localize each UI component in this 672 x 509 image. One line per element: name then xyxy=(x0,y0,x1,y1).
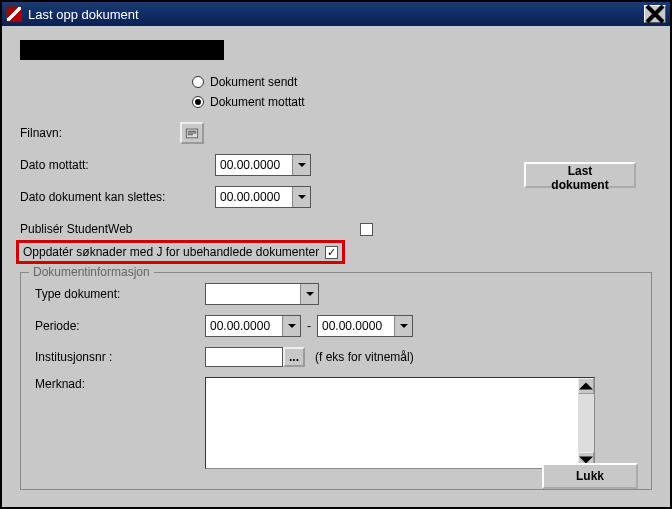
date-received-field[interactable] xyxy=(215,154,311,176)
institution-nr-input[interactable] xyxy=(205,347,283,367)
document-info-legend: Dokumentinformasjon xyxy=(29,265,154,279)
close-button[interactable]: Lukk xyxy=(542,463,638,489)
note-label: Merknad: xyxy=(35,377,205,391)
institution-lookup-button[interactable]: ... xyxy=(283,347,305,367)
institution-hint: (f eks for vitnemål) xyxy=(315,350,414,364)
update-applications-highlight: Oppdatér søknader med J for ubehandlede … xyxy=(16,240,345,264)
document-info-group: Dokumentinformasjon Type dokument: Perio… xyxy=(20,272,652,490)
publish-studentweb-label: Publisér StudentWeb xyxy=(20,222,360,236)
note-textarea[interactable] xyxy=(206,378,578,468)
period-from-input[interactable] xyxy=(206,316,282,336)
chevron-down-icon[interactable] xyxy=(282,316,300,336)
note-field xyxy=(205,377,595,469)
close-icon[interactable] xyxy=(644,5,666,23)
period-from-field[interactable] xyxy=(205,315,301,337)
radio-document-sent[interactable] xyxy=(192,76,204,88)
institution-nr-label: Institusjonsnr : xyxy=(35,350,205,364)
update-applications-label: Oppdatér søknader med J for ubehandlede … xyxy=(23,245,319,259)
radio-document-sent-label: Dokument sendt xyxy=(210,75,297,89)
update-applications-checkbox[interactable]: ✓ xyxy=(325,246,338,259)
browse-file-button[interactable] xyxy=(180,122,204,144)
radio-document-received-label: Dokument mottatt xyxy=(210,95,305,109)
publish-studentweb-checkbox[interactable] xyxy=(360,223,373,236)
filename-label: Filnavn: xyxy=(20,126,180,140)
doc-type-field[interactable] xyxy=(205,283,319,305)
period-to-field[interactable] xyxy=(317,315,413,337)
chevron-down-icon[interactable] xyxy=(292,155,310,175)
period-to-input[interactable] xyxy=(318,316,394,336)
period-separator: - xyxy=(307,319,311,333)
radio-document-received[interactable] xyxy=(192,96,204,108)
chevron-down-icon[interactable] xyxy=(394,316,412,336)
radio-document-sent-row[interactable]: Dokument sendt xyxy=(192,72,652,92)
redacted-header xyxy=(20,40,224,60)
upload-document-window: Last opp dokument Dokument sendt Dokumen… xyxy=(0,0,672,509)
note-scrollbar[interactable] xyxy=(578,378,594,468)
date-deletable-input[interactable] xyxy=(216,187,292,207)
doc-type-input[interactable] xyxy=(206,284,300,304)
window-title: Last opp dokument xyxy=(28,7,644,22)
doc-type-label: Type dokument: xyxy=(35,287,205,301)
scroll-up-icon[interactable] xyxy=(578,378,594,394)
date-received-label: Dato mottatt: xyxy=(20,158,215,172)
date-deletable-field[interactable] xyxy=(215,186,311,208)
date-received-input[interactable] xyxy=(216,155,292,175)
chevron-down-icon[interactable] xyxy=(300,284,318,304)
period-label: Periode: xyxy=(35,319,205,333)
chevron-down-icon[interactable] xyxy=(292,187,310,207)
app-icon xyxy=(6,6,22,22)
date-deletable-label: Dato dokument kan slettes: xyxy=(20,190,215,204)
radio-document-received-row[interactable]: Dokument mottatt xyxy=(192,92,652,112)
load-document-button[interactable]: Last dokument xyxy=(524,162,636,188)
titlebar: Last opp dokument xyxy=(2,2,670,26)
